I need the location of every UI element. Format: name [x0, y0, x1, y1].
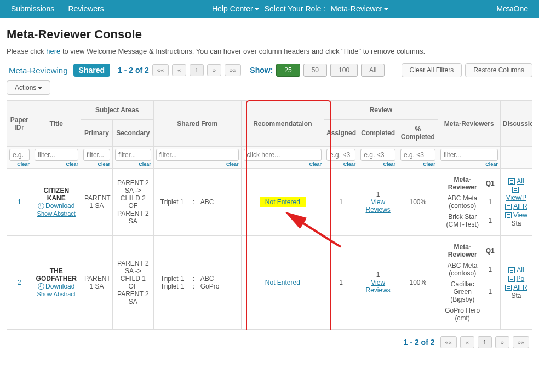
discussion-link[interactable]: All R: [513, 203, 527, 210]
list-icon: [508, 276, 515, 282]
paper-title: THE GODFATHER: [36, 267, 77, 283]
filter-secondary[interactable]: [115, 149, 151, 161]
clear-completed[interactable]: Clear: [360, 162, 395, 167]
download-link[interactable]: Download: [38, 283, 74, 290]
actions-dropdown[interactable]: Actions: [7, 80, 50, 95]
clear-filters-button[interactable]: Clear All Filters: [402, 63, 462, 77]
table-row: 2THE GODFATHERDownloadShow AbstractPAREN…: [7, 236, 532, 330]
footer-pager-last[interactable]: »»: [513, 336, 529, 348]
discussion-link[interactable]: View/P: [506, 194, 526, 201]
clear-primary[interactable]: Clear: [83, 162, 110, 167]
footer-pager-next[interactable]: »: [495, 336, 509, 348]
primary-area: PARENT 1 SA: [81, 169, 112, 236]
user-menu[interactable]: MetaOne: [496, 4, 528, 13]
meta-reviewers-cell: Meta-ReviewerQ1ABC Meta (contoso)1Brick …: [438, 169, 500, 236]
recommendation-cell[interactable]: Not Entered: [241, 236, 324, 330]
pager-last[interactable]: »»: [225, 64, 241, 76]
clear-id[interactable]: Clear: [9, 162, 30, 167]
col-title[interactable]: Title: [32, 101, 81, 147]
pager-first[interactable]: ««: [152, 64, 169, 76]
col-secondary[interactable]: Secondary: [113, 120, 154, 147]
paper-id-link[interactable]: 2: [18, 279, 21, 286]
clear-title[interactable]: Clear: [35, 162, 78, 167]
clear-secondary[interactable]: Clear: [115, 162, 151, 167]
view-reviews-link[interactable]: View Reviews: [365, 198, 390, 214]
show-abstract-link[interactable]: Show Abstract: [37, 210, 76, 217]
discussion-link[interactable]: All: [517, 177, 524, 185]
clear-rec[interactable]: Clear: [244, 162, 322, 167]
clear-assigned[interactable]: Clear: [326, 162, 355, 167]
view-reviews-link[interactable]: View Reviews: [365, 279, 390, 294]
col-paper-id[interactable]: Paper ID↑: [7, 101, 32, 147]
list-icon: [505, 204, 512, 210]
meta-reviewers-cell: Meta-ReviewerQ1ABC Meta (contoso)1Cadill…: [438, 236, 500, 330]
record-count: 1 - 2 of 2: [118, 66, 149, 74]
tab-meta-reviewing[interactable]: Meta-Reviewing: [7, 66, 70, 75]
nav-help-center[interactable]: Help Center: [212, 4, 259, 13]
filter-title[interactable]: [35, 149, 78, 161]
footer-pager-first[interactable]: ««: [440, 336, 457, 348]
stats-text: Sta: [504, 292, 529, 299]
pager-page-1[interactable]: 1: [190, 64, 204, 76]
clear-mr[interactable]: Clear: [440, 162, 498, 167]
col-meta-reviewers[interactable]: Meta-Reviewers: [438, 101, 500, 147]
secondary-area: PARENT 2 SA -> CHILD 2 OF PARENT 2 SA: [113, 169, 154, 236]
filter-primary[interactable]: [83, 149, 110, 161]
footer-pager-page-1[interactable]: 1: [478, 336, 492, 348]
recommendation-cell[interactable]: Not Entered: [241, 169, 324, 236]
filter-completed[interactable]: [360, 149, 395, 161]
discussion-link[interactable]: View: [513, 211, 527, 219]
filter-shared[interactable]: [156, 149, 239, 161]
list-icon: [512, 187, 519, 193]
assigned: 1: [324, 169, 358, 236]
nav-submissions[interactable]: Submissions: [11, 4, 54, 13]
role-dropdown[interactable]: Meta-Reviewer: [331, 4, 388, 13]
col-discussion[interactable]: Discussion: [500, 101, 532, 147]
col-pct-completed[interactable]: % Completed: [398, 120, 438, 147]
completed: 1View Reviews: [358, 169, 398, 236]
col-completed[interactable]: Completed: [358, 120, 398, 147]
paper-title: CITIZEN KANE: [36, 187, 77, 202]
clear-shared[interactable]: Clear: [156, 162, 239, 167]
pager-next[interactable]: »: [207, 64, 221, 76]
col-recommendation[interactable]: Recommendataion: [241, 101, 324, 147]
page-size-100[interactable]: 100: [330, 64, 358, 77]
col-subject-areas[interactable]: Subject Areas: [81, 101, 153, 120]
col-primary[interactable]: Primary: [81, 120, 112, 147]
discussion-link[interactable]: All: [517, 266, 524, 274]
primary-area: PARENT 1 SA: [81, 236, 112, 330]
list-icon: [508, 178, 515, 185]
completed: 1View Reviews: [358, 236, 398, 330]
pager-prev[interactable]: «: [172, 64, 186, 76]
col-assigned[interactable]: Assigned: [324, 120, 358, 147]
filter-recommendation[interactable]: [244, 149, 322, 161]
page-size-50[interactable]: 50: [303, 64, 327, 77]
download-icon: [38, 203, 44, 209]
download-link[interactable]: Download: [38, 202, 74, 210]
discussion-link[interactable]: All R: [513, 284, 527, 291]
list-icon: [508, 267, 515, 273]
instructions-link[interactable]: here: [46, 47, 60, 55]
filter-assigned[interactable]: [326, 149, 355, 161]
page-size-all[interactable]: All: [361, 64, 385, 77]
discussion-cell: AllView/PAll RViewSta: [500, 169, 532, 236]
nav-reviewers[interactable]: Reviewers: [68, 4, 104, 13]
clear-pct[interactable]: Clear: [400, 162, 435, 167]
restore-columns-button[interactable]: Restore Columns: [465, 63, 532, 77]
discussion-link[interactable]: Po: [517, 275, 525, 283]
paper-id-link[interactable]: 1: [18, 198, 21, 206]
filter-mr[interactable]: [440, 149, 498, 161]
secondary-area: PARENT 2 SA -> CHILD 1 OF PARENT 2 SA: [113, 236, 154, 330]
page-size-25[interactable]: 25: [276, 64, 300, 77]
footer-record-count: 1 - 2 of 2: [404, 338, 435, 347]
col-shared-from[interactable]: Shared From: [153, 101, 241, 147]
top-navbar: Submissions Reviewers Help Center Select…: [0, 0, 539, 18]
footer-pager-prev[interactable]: «: [460, 336, 474, 348]
show-abstract-link[interactable]: Show Abstract: [37, 291, 76, 297]
tab-shared[interactable]: Shared: [73, 64, 110, 77]
col-review[interactable]: Review: [324, 101, 438, 120]
filter-id[interactable]: [9, 149, 30, 161]
filter-pct[interactable]: [400, 149, 435, 161]
pct-completed: 100%: [398, 236, 438, 330]
select-role-label: Select Your Role :: [265, 4, 325, 13]
